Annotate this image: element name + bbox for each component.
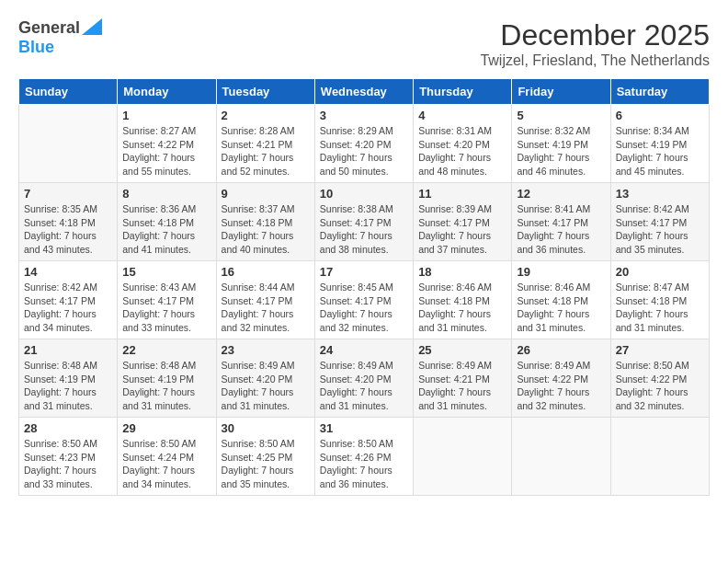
calendar-cell: 9Sunrise: 8:37 AM Sunset: 4:18 PM Daylig… — [216, 183, 314, 261]
day-number: 2 — [222, 109, 310, 122]
day-info: Sunrise: 8:47 AM Sunset: 4:18 PM Dayligh… — [616, 281, 704, 335]
day-number: 5 — [517, 109, 605, 122]
page-header: General Blue December 2025 Twijzel, Frie… — [18, 18, 710, 69]
calendar-cell — [19, 105, 118, 183]
day-number: 1 — [122, 109, 210, 122]
day-number: 3 — [320, 109, 408, 122]
day-info: Sunrise: 8:49 AM Sunset: 4:20 PM Dayligh… — [320, 359, 408, 413]
logo: General Blue — [18, 18, 102, 57]
day-info: Sunrise: 8:42 AM Sunset: 4:17 PM Dayligh… — [616, 202, 704, 257]
day-info: Sunrise: 8:44 AM Sunset: 4:17 PM Dayligh… — [222, 281, 310, 335]
day-info: Sunrise: 8:34 AM Sunset: 4:19 PM Dayligh… — [616, 124, 704, 178]
day-number: 12 — [517, 187, 605, 201]
calendar-cell — [414, 418, 512, 496]
calendar-cell: 14Sunrise: 8:42 AM Sunset: 4:17 PM Dayli… — [19, 261, 118, 339]
day-info: Sunrise: 8:37 AM Sunset: 4:18 PM Dayligh… — [222, 202, 310, 257]
calendar-cell: 2Sunrise: 8:28 AM Sunset: 4:21 PM Daylig… — [216, 105, 314, 183]
day-info: Sunrise: 8:48 AM Sunset: 4:19 PM Dayligh… — [24, 359, 112, 413]
calendar-cell: 21Sunrise: 8:48 AM Sunset: 4:19 PM Dayli… — [19, 339, 118, 418]
calendar-cell: 13Sunrise: 8:42 AM Sunset: 4:17 PM Dayli… — [610, 183, 709, 261]
calendar-cell: 29Sunrise: 8:50 AM Sunset: 4:24 PM Dayli… — [118, 418, 216, 496]
calendar-cell: 31Sunrise: 8:50 AM Sunset: 4:26 PM Dayli… — [314, 418, 413, 496]
day-info: Sunrise: 8:49 AM Sunset: 4:21 PM Dayligh… — [418, 359, 506, 413]
svg-marker-0 — [82, 18, 102, 35]
calendar-cell: 5Sunrise: 8:32 AM Sunset: 4:19 PM Daylig… — [512, 105, 610, 183]
month-title: December 2025 — [480, 18, 710, 52]
day-info: Sunrise: 8:42 AM Sunset: 4:17 PM Dayligh… — [24, 281, 112, 335]
calendar-cell: 11Sunrise: 8:39 AM Sunset: 4:17 PM Dayli… — [414, 183, 512, 261]
day-number: 25 — [418, 343, 506, 357]
day-number: 8 — [122, 187, 210, 201]
day-number: 9 — [222, 187, 310, 201]
day-info: Sunrise: 8:50 AM Sunset: 4:22 PM Dayligh… — [616, 359, 704, 413]
day-info: Sunrise: 8:49 AM Sunset: 4:20 PM Dayligh… — [222, 359, 310, 413]
day-info: Sunrise: 8:27 AM Sunset: 4:22 PM Dayligh… — [122, 124, 210, 178]
day-info: Sunrise: 8:46 AM Sunset: 4:18 PM Dayligh… — [517, 281, 605, 335]
calendar-cell: 3Sunrise: 8:29 AM Sunset: 4:20 PM Daylig… — [314, 105, 413, 183]
calendar-cell: 19Sunrise: 8:46 AM Sunset: 4:18 PM Dayli… — [512, 261, 610, 339]
day-info: Sunrise: 8:50 AM Sunset: 4:25 PM Dayligh… — [222, 437, 310, 491]
day-number: 30 — [222, 421, 310, 435]
logo-icon — [82, 18, 102, 35]
calendar-cell: 30Sunrise: 8:50 AM Sunset: 4:25 PM Dayli… — [216, 418, 314, 496]
day-number: 31 — [320, 421, 408, 435]
day-number: 15 — [122, 265, 210, 279]
calendar-cell: 12Sunrise: 8:41 AM Sunset: 4:17 PM Dayli… — [512, 183, 610, 261]
day-number: 22 — [122, 343, 210, 357]
calendar-week-row: 28Sunrise: 8:50 AM Sunset: 4:23 PM Dayli… — [19, 418, 710, 496]
weekday-header-tuesday: Tuesday — [216, 79, 314, 105]
day-number: 29 — [122, 421, 210, 435]
calendar-cell: 24Sunrise: 8:49 AM Sunset: 4:20 PM Dayli… — [314, 339, 413, 418]
calendar-cell: 28Sunrise: 8:50 AM Sunset: 4:23 PM Dayli… — [19, 418, 118, 496]
calendar-cell: 10Sunrise: 8:38 AM Sunset: 4:17 PM Dayli… — [314, 183, 413, 261]
day-info: Sunrise: 8:32 AM Sunset: 4:19 PM Dayligh… — [517, 124, 605, 178]
calendar-header-row: SundayMondayTuesdayWednesdayThursdayFrid… — [19, 79, 710, 105]
day-info: Sunrise: 8:49 AM Sunset: 4:22 PM Dayligh… — [517, 359, 605, 413]
weekday-header-thursday: Thursday — [414, 79, 512, 105]
day-number: 18 — [418, 265, 506, 279]
day-number: 24 — [320, 343, 408, 357]
day-info: Sunrise: 8:50 AM Sunset: 4:26 PM Dayligh… — [320, 437, 408, 491]
calendar-cell: 25Sunrise: 8:49 AM Sunset: 4:21 PM Dayli… — [414, 339, 512, 418]
weekday-header-friday: Friday — [512, 79, 610, 105]
logo-general-text: General — [18, 18, 80, 38]
calendar-cell: 16Sunrise: 8:44 AM Sunset: 4:17 PM Dayli… — [216, 261, 314, 339]
day-number: 17 — [320, 265, 408, 279]
day-info: Sunrise: 8:31 AM Sunset: 4:20 PM Dayligh… — [418, 124, 506, 178]
calendar-cell: 4Sunrise: 8:31 AM Sunset: 4:20 PM Daylig… — [414, 105, 512, 183]
day-number: 23 — [222, 343, 310, 357]
day-number: 27 — [616, 343, 704, 357]
day-number: 26 — [517, 343, 605, 357]
day-number: 13 — [616, 187, 704, 201]
day-number: 4 — [418, 109, 506, 122]
day-number: 21 — [24, 343, 112, 357]
calendar-week-row: 14Sunrise: 8:42 AM Sunset: 4:17 PM Dayli… — [19, 261, 710, 339]
day-info: Sunrise: 8:43 AM Sunset: 4:17 PM Dayligh… — [122, 281, 210, 335]
day-number: 11 — [418, 187, 506, 201]
day-number: 6 — [616, 109, 704, 122]
logo-blue-text: Blue — [18, 38, 54, 56]
weekday-header-wednesday: Wednesday — [314, 79, 413, 105]
day-number: 20 — [616, 265, 704, 279]
calendar-cell — [512, 418, 610, 496]
day-number: 7 — [24, 187, 112, 201]
calendar-cell: 20Sunrise: 8:47 AM Sunset: 4:18 PM Dayli… — [610, 261, 709, 339]
calendar-cell: 23Sunrise: 8:49 AM Sunset: 4:20 PM Dayli… — [216, 339, 314, 418]
day-info: Sunrise: 8:38 AM Sunset: 4:17 PM Dayligh… — [320, 202, 408, 257]
calendar-cell: 6Sunrise: 8:34 AM Sunset: 4:19 PM Daylig… — [610, 105, 709, 183]
day-number: 16 — [222, 265, 310, 279]
calendar-cell — [610, 418, 709, 496]
day-info: Sunrise: 8:36 AM Sunset: 4:18 PM Dayligh… — [122, 202, 210, 257]
title-block: December 2025 Twijzel, Friesland, The Ne… — [480, 18, 710, 69]
calendar-week-row: 21Sunrise: 8:48 AM Sunset: 4:19 PM Dayli… — [19, 339, 710, 418]
day-info: Sunrise: 8:29 AM Sunset: 4:20 PM Dayligh… — [320, 124, 408, 178]
weekday-header-monday: Monday — [118, 79, 216, 105]
calendar-week-row: 7Sunrise: 8:35 AM Sunset: 4:18 PM Daylig… — [19, 183, 710, 261]
day-info: Sunrise: 8:35 AM Sunset: 4:18 PM Dayligh… — [24, 202, 112, 257]
calendar-cell: 8Sunrise: 8:36 AM Sunset: 4:18 PM Daylig… — [118, 183, 216, 261]
weekday-header-sunday: Sunday — [19, 79, 118, 105]
calendar-cell: 18Sunrise: 8:46 AM Sunset: 4:18 PM Dayli… — [414, 261, 512, 339]
day-info: Sunrise: 8:48 AM Sunset: 4:19 PM Dayligh… — [122, 359, 210, 413]
calendar-cell: 1Sunrise: 8:27 AM Sunset: 4:22 PM Daylig… — [118, 105, 216, 183]
calendar-table: SundayMondayTuesdayWednesdayThursdayFrid… — [18, 78, 710, 496]
